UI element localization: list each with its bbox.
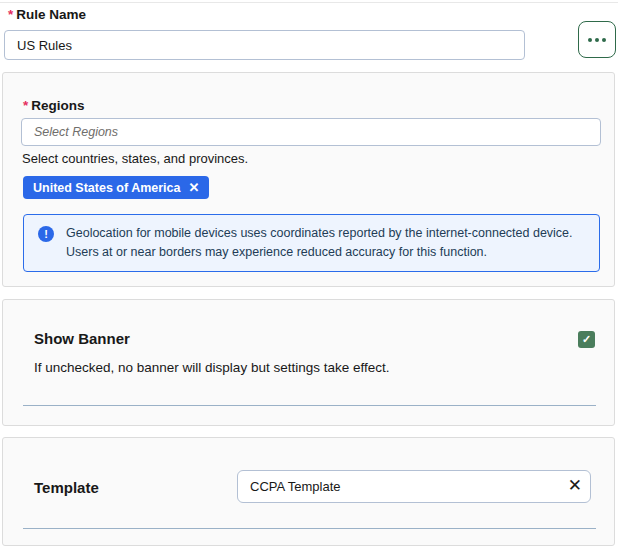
region-chip-label: United States of America	[33, 181, 181, 195]
chip-remove-icon[interactable]: ✕	[189, 181, 200, 194]
required-asterisk: *	[8, 7, 13, 22]
regions-select-input[interactable]	[21, 118, 601, 146]
rule-name-input[interactable]	[4, 30, 525, 60]
show-banner-card: Show Banner ✓ If unchecked, no banner wi…	[2, 299, 615, 426]
regions-card: *Regions Select countries, states, and p…	[2, 72, 615, 287]
show-banner-description: If unchecked, no banner will display but…	[34, 358, 406, 378]
geolocation-alert-text: Geolocation for mobile devices uses coor…	[66, 224, 585, 262]
template-label: Template	[34, 479, 99, 496]
show-banner-title: Show Banner	[34, 330, 130, 347]
regions-helper-text: Select countries, states, and provinces.	[22, 151, 248, 166]
info-icon: !	[38, 226, 54, 242]
template-card: Template ✕	[2, 437, 615, 546]
required-asterisk: *	[23, 98, 28, 113]
show-banner-checkbox[interactable]: ✓	[578, 331, 595, 348]
section-divider	[23, 528, 596, 529]
top-divider	[0, 2, 618, 3]
more-options-icon	[588, 38, 592, 42]
more-options-button[interactable]	[578, 21, 616, 58]
rule-name-label-text: Rule Name	[16, 7, 86, 22]
section-divider	[23, 405, 596, 406]
geolocation-info-alert: ! Geolocation for mobile devices uses co…	[23, 214, 600, 272]
regions-label: *Regions	[23, 98, 85, 113]
rule-edit-form: *Rule Name *Regions Select countries, st…	[0, 0, 618, 550]
template-input-wrap: ✕	[237, 470, 591, 503]
regions-label-text: Regions	[31, 98, 84, 113]
clear-template-icon[interactable]: ✕	[568, 475, 582, 497]
rule-name-label: *Rule Name	[8, 7, 86, 22]
region-chip[interactable]: United States of America ✕	[23, 176, 209, 199]
checkmark-icon: ✓	[582, 334, 591, 345]
template-input[interactable]	[237, 470, 591, 503]
